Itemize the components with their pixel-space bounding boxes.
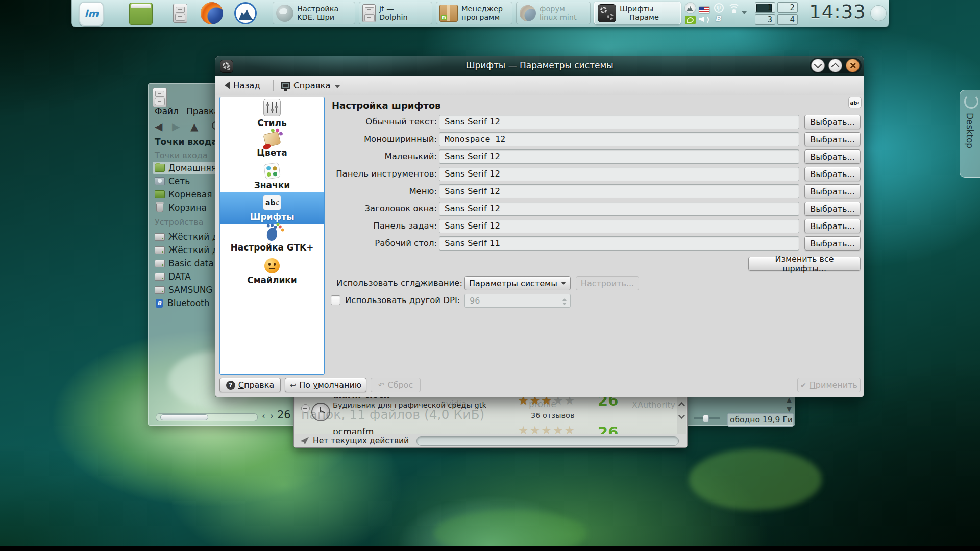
hard-drive-icon [155,246,165,254]
pager-desktop-3[interactable]: 3 [755,14,775,25]
taskbar-item-fonts-settings[interactable]: Шрифты— Параме [594,2,681,24]
sidebar-item-emoticons[interactable]: Смайлики [220,256,324,287]
pager-desktop-2[interactable]: 2 [777,2,798,13]
maximize-button[interactable] [828,59,842,72]
window-buttons [810,58,862,73]
change-all-fonts-button[interactable]: Изменить все шрифты... [748,257,861,271]
menu-file[interactable]: Файл [155,106,179,116]
globe-icon [276,5,293,22]
volume-icon[interactable] [699,14,710,25]
help-button[interactable]: Справка [277,78,344,92]
taskbar-item-kde-settings[interactable]: НастройкаKDE. Шри [273,2,355,24]
category-sidebar: Стиль Цвета Значки Шрифты Настройка GTK+… [219,97,325,375]
bluetooth-tray-icon[interactable]: B [713,14,724,25]
wifi-icon[interactable] [727,3,739,14]
choose-font-button[interactable]: Выбрать... [804,236,861,251]
scroll-right-icon[interactable]: › [270,411,274,421]
font-value-field: Sans Serif 12 [439,167,799,181]
progress-bar [416,436,679,446]
help-footer-button[interactable]: ? Справка [219,378,281,392]
minimize-button[interactable] [811,59,825,72]
usb-icon[interactable] [713,2,724,13]
fonts-settings-window: Шрифты — Параметры системы Назад Справка [215,56,864,397]
sidebar-item-style[interactable]: Стиль [220,97,324,129]
vscroll-down-icon[interactable]: ▼ [787,405,792,413]
pager-desktop-4[interactable]: 4 [777,14,798,25]
choose-font-button[interactable]: Выбрать... [804,219,861,233]
network-folder-icon [155,177,165,185]
place-data[interactable]: DATA [153,270,193,283]
place-bluetooth[interactable]: B Bluetooth [153,297,212,309]
toolbar: Назад Справка [215,76,864,95]
titlebar[interactable]: Шрифты — Параметры системы [215,56,864,76]
devices-section-header: Устройства [155,217,204,227]
tray-expand-icon[interactable] [742,11,747,17]
zoom-slider-handle[interactable] [703,415,709,422]
choose-font-button[interactable]: Выбрать... [804,184,861,198]
dpi-label: Использовать другой DPI: [345,293,460,308]
gears-icon [598,4,616,22]
sidebar-item-icons[interactable]: Значки [220,161,324,192]
mint-menu-icon[interactable] [79,2,104,26]
fonts-mini-icon [848,97,862,108]
ghost-filename: XAuthority [632,400,675,410]
place-home[interactable]: Домашняя [153,162,218,174]
taskbar-item-forum[interactable]: форумlinux mint [516,2,591,24]
dpi-checkbox[interactable] [331,295,340,305]
choose-font-button[interactable]: Выбрать... [804,167,861,181]
scroll-up-icon[interactable] [678,402,685,409]
choose-font-button[interactable]: Выбрать... [804,202,861,216]
panel-cashew-icon[interactable] [870,5,887,21]
defaults-button[interactable]: ↩ По умолчанию [285,378,366,392]
close-button[interactable] [846,59,860,72]
choose-font-button[interactable]: Выбрать... [804,132,861,146]
clock[interactable]: 14:33 [806,1,869,23]
chevron-up-icon [831,63,840,71]
dolphin-window-icon [153,88,167,107]
free-space-bar: ободно 19,9 Ги [727,413,794,427]
back-icon[interactable]: ◀ [155,120,162,133]
file-manager-icon[interactable] [173,4,187,23]
row-label: Моноширинный: [330,132,437,146]
place-samsung[interactable]: SAMSUNG [153,284,215,296]
nvidia-icon[interactable] [684,14,696,26]
menu-edit[interactable]: Правка [186,106,219,116]
file-cabinet-icon [362,4,376,22]
choose-font-button[interactable]: Выбрать... [804,115,861,129]
ghost-status-text: папок, 11 файлов (4,0 КиБ) [301,407,484,422]
up-icon[interactable]: ▲ [190,120,198,133]
row-label: Меню: [330,184,437,198]
forward-icon[interactable]: ▶ [172,120,180,133]
back-button[interactable]: Назад [218,78,264,92]
package-icon [439,5,458,22]
scroll-left-icon[interactable]: ‹ [262,411,265,421]
place-trash[interactable]: Корзина [153,202,209,214]
place-harddisk-2[interactable]: Жёсткий д [153,244,220,256]
place-basic-data[interactable]: Basic data [153,257,216,269]
antialias-combobox[interactable]: Параметры системы [464,276,571,290]
sidebar-item-gtk[interactable]: Настройка GTK+ [220,224,324,256]
sidebar-item-fonts[interactable]: Шрифты [220,192,324,224]
vscroll-up-icon[interactable]: ▲ [787,396,792,404]
place-root[interactable]: Корневая [153,188,214,201]
sidebar-item-colors[interactable]: Цвета [220,129,324,161]
taskbar-item-dolphin[interactable]: jt —Dolphin [359,2,432,24]
tray-wolf-icon[interactable] [684,2,696,13]
choose-font-button[interactable]: Выбрать... [804,149,861,164]
taskbar-item-software-manager[interactable]: Менеджерпрограмм [436,2,512,24]
show-desktop-icon[interactable] [129,3,153,25]
pager-desktop-1[interactable]: 1 [755,2,775,13]
firefox-icon[interactable] [201,2,223,24]
font-value-field: Sans Serif 11 [439,236,799,251]
horizontal-scrollbar[interactable] [156,413,258,421]
scrollbar-thumb[interactable] [160,414,208,420]
vertical-scrollbar[interactable] [677,391,686,435]
scroll-down-icon[interactable] [678,412,685,419]
place-network[interactable]: Сеть [153,175,192,187]
desktop-tab-label: Desktop [965,113,975,148]
desktop-folder-tab[interactable]: Desktop [960,90,980,178]
review-count: 36 отзывов [531,411,575,419]
media-player-wolf-icon[interactable] [234,2,257,24]
place-harddisk-1[interactable]: Жёсткий д [153,231,220,243]
font-value-field: Sans Serif 12 [439,115,799,129]
